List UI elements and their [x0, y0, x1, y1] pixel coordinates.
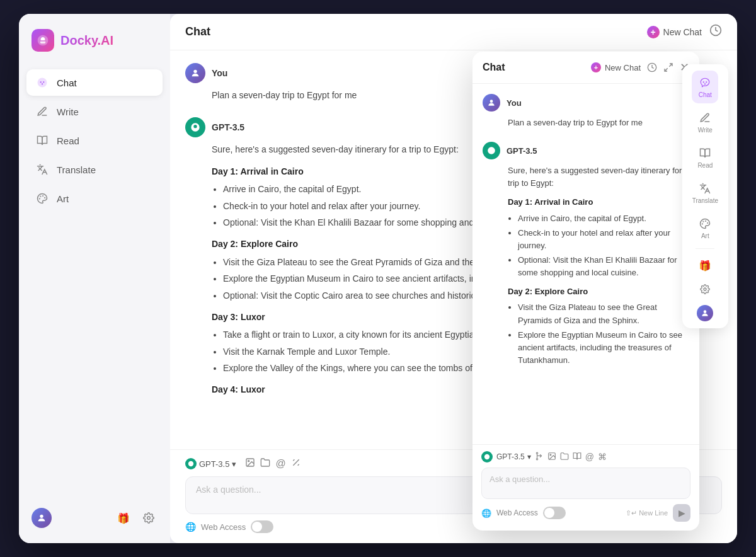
svg-line-17 [297, 464, 299, 466]
right-art-label: Art [701, 233, 709, 239]
popup-history-icon[interactable] [647, 62, 657, 72]
app-container: Docky.AI Chat [19, 14, 737, 543]
user-avatar[interactable] [32, 508, 52, 528]
right-chat-icon [698, 76, 712, 89]
sidebar-item-translate[interactable]: Translate [26, 156, 163, 183]
popup-sender-gpt: GPT-3.5 [483, 142, 689, 159]
svg-point-7 [40, 198, 40, 199]
svg-point-0 [38, 78, 47, 88]
mention-action-icon[interactable]: @ [275, 458, 285, 469]
popup-gpt-name: GPT-3.5 [507, 146, 537, 156]
popup-chat-title: Chat [483, 62, 505, 73]
send-button[interactable]: ▶ [673, 504, 690, 522]
image-action-icon[interactable] [245, 457, 255, 470]
popup-gpt-icon [481, 451, 493, 462]
svg-point-22 [488, 147, 495, 154]
popup-book-icon[interactable] [573, 452, 581, 462]
logo-area: Docky.AI [19, 29, 170, 69]
model-selector-button[interactable]: GPT-3.5 ▾ [185, 458, 236, 469]
right-tool-write[interactable]: Write [692, 106, 719, 139]
sidebar: Docky.AI Chat [19, 14, 170, 543]
right-gift-icon[interactable]: 🎁 [696, 256, 714, 274]
right-user-avatar[interactable] [696, 304, 714, 322]
chat-icon [35, 76, 49, 89]
globe-icon: 🌐 [185, 522, 196, 532]
nav-items: Chat Write Read [19, 69, 170, 508]
settings-icon[interactable] [140, 509, 158, 527]
svg-line-16 [293, 459, 294, 461]
popup-web-access-row: 🌐 Web Access ⇧↵ New Line ▶ [481, 504, 690, 522]
right-translate-icon [698, 181, 712, 195]
right-bottom-icons: 🎁 [696, 253, 714, 322]
right-art-icon [698, 217, 712, 231]
sidebar-item-art[interactable]: Art [26, 185, 163, 212]
sidebar-chat-label: Chat [57, 78, 77, 88]
popup-user-content: Plan a seven-day trip to Egypt for me [483, 117, 689, 129]
main-new-chat-button[interactable]: + New Chat [647, 26, 702, 38]
svg-point-30 [703, 81, 704, 83]
popup-folder-icon[interactable] [560, 452, 569, 462]
svg-point-25 [536, 452, 537, 454]
main-header-actions: + New Chat [647, 24, 722, 40]
sidebar-item-read[interactable]: Read [26, 127, 163, 154]
right-toolbar-divider [696, 248, 714, 249]
popup-web-access-toggle[interactable] [543, 507, 566, 519]
sidebar-item-chat[interactable]: Chat [26, 69, 163, 96]
svg-point-21 [490, 100, 493, 103]
sidebar-item-write[interactable]: Write [26, 98, 163, 125]
popup-new-chat-button[interactable]: + New Chat [591, 62, 641, 72]
popup-chat-window: Chat + New Chat ✕ [472, 52, 699, 531]
svg-point-36 [702, 224, 703, 224]
svg-point-12 [188, 461, 193, 466]
web-access-label: Web Access [201, 522, 246, 532]
svg-line-19 [669, 64, 672, 67]
right-toolbar: Chat Write Read Translate Art [682, 64, 728, 328]
gift-icon[interactable]: 🎁 [115, 509, 132, 527]
popup-header-right: + New Chat ✕ [591, 60, 689, 74]
popup-input-area: GPT-3.5 ▾ @ ⌘ Ask a questio [472, 444, 699, 531]
svg-point-24 [536, 458, 537, 459]
right-read-icon [698, 146, 712, 160]
slash-action-icon[interactable] [291, 457, 301, 470]
right-read-label: Read [697, 162, 713, 169]
history-icon[interactable] [709, 24, 722, 40]
svg-point-6 [40, 196, 41, 197]
svg-point-37 [704, 288, 706, 290]
folder-action-icon[interactable] [260, 457, 270, 470]
right-tool-read[interactable]: Read [691, 141, 719, 174]
popup-chat-input[interactable]: Ask a question... [481, 468, 690, 499]
right-tool-translate[interactable]: Translate [686, 176, 724, 209]
sidebar-write-label: Write [57, 106, 79, 117]
svg-point-29 [550, 454, 551, 456]
gpt-msg-avatar [185, 117, 205, 137]
logo-icon [32, 29, 54, 52]
right-tool-art[interactable]: Art [692, 212, 718, 244]
svg-point-23 [484, 454, 490, 459]
svg-point-9 [147, 517, 151, 520]
popup-image-icon[interactable] [547, 452, 556, 462]
sidebar-bottom: 🎁 [19, 508, 170, 528]
popup-model-selector[interactable]: GPT-3.5 ▾ [496, 452, 531, 461]
svg-point-4 [43, 196, 43, 197]
app-name: Docky.AI [60, 33, 113, 48]
svg-point-38 [704, 310, 707, 313]
web-access-toggle[interactable] [251, 520, 273, 533]
svg-point-14 [248, 461, 249, 462]
right-tool-chat[interactable]: Chat [692, 71, 718, 103]
svg-point-31 [706, 81, 707, 83]
popup-user-name: You [507, 98, 522, 108]
popup-slash-icon[interactable]: ⌘ [598, 452, 607, 462]
right-settings-icon[interactable] [696, 280, 714, 298]
gpt-sender-name: GPT-3.5 [212, 122, 244, 132]
plus-circle-icon: + [647, 26, 660, 38]
popup-mention-icon[interactable]: @ [585, 452, 594, 462]
popup-cut-icon[interactable] [535, 452, 544, 462]
user-sender-name: You [212, 68, 227, 78]
svg-point-1 [40, 81, 42, 83]
svg-point-3 [42, 83, 43, 84]
svg-point-11 [193, 70, 197, 73]
right-write-icon [698, 111, 712, 125]
sidebar-bottom-icons: 🎁 [115, 509, 158, 527]
popup-expand-icon[interactable] [663, 62, 673, 72]
popup-globe-icon: 🌐 [481, 508, 491, 518]
